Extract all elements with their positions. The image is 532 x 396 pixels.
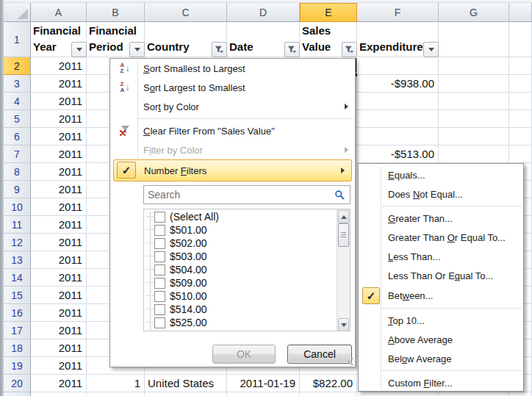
cell-A20[interactable]: 2011 [31, 375, 87, 392]
select-all-corner[interactable] [4, 3, 31, 22]
cell-G3[interactable] [439, 75, 509, 93]
value-list-item[interactable]: $501.00 [147, 223, 207, 237]
menu-item-sort-by-color[interactable]: Sort by Color [110, 97, 355, 116]
filter-dropdown-button[interactable] [423, 42, 439, 57]
cell-x7[interactable] [509, 145, 532, 163]
cell-A17[interactable]: 2011 [31, 322, 87, 339]
cell-x4[interactable] [509, 93, 532, 110]
row-header-2[interactable]: 2 [4, 57, 31, 75]
cell-A5[interactable]: 2011 [31, 110, 87, 128]
cell-A6[interactable]: 2011 [31, 128, 87, 145]
resize-grip[interactable] [345, 357, 353, 365]
value-checkbox[interactable] [154, 304, 165, 315]
value-checkbox[interactable] [154, 317, 165, 328]
cell-A3[interactable]: 2011 [31, 75, 87, 93]
value-checkbox[interactable] [154, 225, 165, 236]
value-checkbox[interactable] [154, 238, 165, 249]
value-list-item[interactable]: $502.00 [147, 237, 207, 250]
cell-G5[interactable] [439, 110, 509, 128]
cell-F7[interactable]: -$513.00 [357, 145, 439, 163]
row-header-10[interactable]: 10 [4, 198, 31, 216]
cancel-button[interactable]: Cancel [287, 345, 352, 364]
cell-A10[interactable]: 2011 [31, 198, 87, 216]
cell-G7[interactable] [439, 145, 509, 163]
value-list-item[interactable]: $525.00 [147, 316, 207, 329]
ok-button[interactable]: OK [212, 345, 276, 364]
cell-A9[interactable]: 2011 [31, 181, 87, 198]
filter-dropdown-button[interactable] [129, 42, 145, 57]
cell-x5[interactable] [509, 110, 532, 128]
row-header-1[interactable]: 1 [4, 22, 31, 57]
cell-A11[interactable]: 2011 [31, 216, 87, 234]
value-list-item[interactable]: $503.00 [147, 250, 207, 263]
column-header-partial[interactable] [509, 3, 532, 22]
menu-item-clear-filter-from-sales-value[interactable]: Clear Filter From "Sales Value" [110, 121, 355, 140]
value-checkbox[interactable] [154, 278, 165, 289]
scroll-up-button[interactable] [338, 210, 349, 223]
cell-A16[interactable]: 2011 [31, 304, 87, 322]
cell-A4[interactable]: 2011 [31, 93, 87, 110]
cell-x2[interactable] [509, 57, 532, 75]
menu-item-number-filters[interactable]: ✓Number Filters [113, 159, 352, 181]
row-header-20[interactable]: 20 [4, 375, 31, 392]
column-header-G[interactable]: G [439, 3, 509, 22]
column-header-C[interactable]: C [145, 3, 227, 22]
row-header-17[interactable]: 17 [4, 322, 31, 339]
submenu-item-between[interactable]: ✓Between... [359, 285, 523, 306]
row-header-9[interactable]: 9 [4, 181, 31, 198]
row-header-5[interactable]: 5 [4, 110, 31, 128]
value-list-scrollbar[interactable] [337, 209, 350, 331]
cell-A13[interactable]: 2011 [31, 251, 87, 269]
submenu-item-less-than[interactable]: Less Than... [359, 247, 523, 266]
value-list-item[interactable]: $510.00 [147, 289, 207, 303]
menu-item-filter-by-color[interactable]: Filter by Color [110, 140, 355, 159]
value-list-item[interactable]: $514.00 [147, 303, 207, 316]
cell-A14[interactable]: 2011 [31, 269, 87, 287]
cell-B20[interactable]: 1 [87, 375, 145, 392]
scroll-down-button[interactable] [338, 318, 349, 331]
filter-search-box[interactable] [143, 185, 351, 204]
row-header-16[interactable]: 16 [4, 304, 31, 322]
value-list-item[interactable]: $509.00 [147, 276, 207, 289]
row-header-13[interactable]: 13 [4, 251, 31, 269]
cell-D20[interactable]: 2011-01-19 [227, 375, 300, 392]
cell-x3[interactable] [509, 75, 532, 93]
row-header-18[interactable]: 18 [4, 339, 31, 357]
column-header-F[interactable]: F [357, 3, 439, 22]
row-header-partial[interactable] [4, 392, 31, 396]
submenu-item-greater-than[interactable]: Greater Than... [359, 209, 523, 228]
header-cell-G[interactable] [439, 22, 509, 57]
row-header-6[interactable]: 6 [4, 128, 31, 145]
cell-A7[interactable]: 2011 [31, 145, 87, 163]
column-header-A[interactable]: A [31, 3, 87, 22]
header-cell-partial[interactable] [509, 22, 532, 57]
row-header-19[interactable]: 19 [4, 357, 31, 375]
filter-funnel-button[interactable] [284, 42, 300, 57]
scrollbar-thumb[interactable] [338, 223, 349, 247]
search-input[interactable] [144, 189, 330, 201]
submenu-item-less-than-or-equal-to[interactable]: Less Than Or Equal To... [359, 266, 523, 285]
filter-funnel-button[interactable] [212, 42, 227, 57]
row-header-7[interactable]: 7 [4, 145, 31, 163]
cell-G6[interactable] [439, 128, 509, 145]
value-checkbox[interactable] [154, 264, 165, 276]
cell-C20[interactable]: United States [145, 375, 227, 392]
value-checkbox[interactable] [154, 212, 165, 223]
value-list-item[interactable]: (Select All) [147, 210, 219, 223]
column-header-D[interactable]: D [227, 3, 300, 22]
row-header-14[interactable]: 14 [4, 269, 31, 287]
row-header-3[interactable]: 3 [4, 75, 31, 93]
submenu-item-top-10[interactable]: Top 10... [359, 311, 523, 330]
filter-dropdown-button[interactable] [71, 42, 87, 57]
cell-E20[interactable]: $822.00 [300, 375, 357, 392]
submenu-item-below-average[interactable]: Below Average [359, 349, 523, 368]
submenu-item-above-average[interactable]: Above Average [359, 330, 523, 349]
column-header-B[interactable]: B [87, 3, 145, 22]
value-checkbox[interactable] [154, 291, 165, 302]
value-checkbox[interactable] [154, 251, 165, 262]
row-header-12[interactable]: 12 [4, 234, 31, 251]
cell-G4[interactable] [439, 93, 509, 110]
cell-A2[interactable]: 2011 [31, 57, 87, 75]
menu-item-sort-largest-to-smallest[interactable]: ZA↓Sort Largest to Smallest [110, 78, 355, 97]
row-header-15[interactable]: 15 [4, 287, 31, 304]
